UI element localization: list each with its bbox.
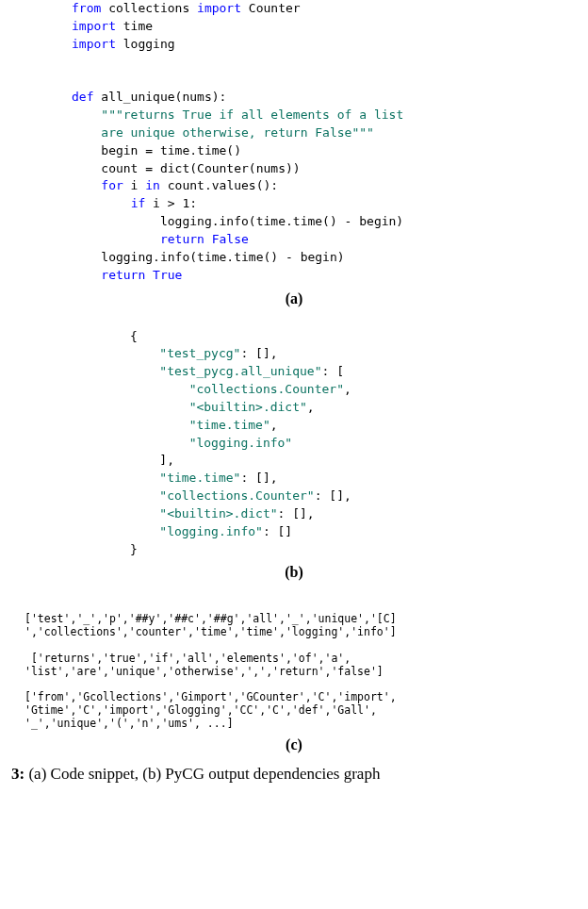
figure-number: 3: <box>11 765 24 783</box>
caption-a: (a) <box>9 285 579 313</box>
caption-c: (c) <box>9 731 579 759</box>
code-snippet-b: { "test_pycg": [], "test_pycg.all_unique… <box>9 328 579 559</box>
code-snippet-a: from collections import Counter import t… <box>9 0 579 285</box>
token-list-c: ['test','_','p','##y','##c','##g','all',… <box>9 607 579 730</box>
figure-caption-text: (a) Code snippet, (b) PyCG output depend… <box>24 765 380 783</box>
caption-b: (b) <box>9 558 579 587</box>
figure-caption-line: 3: (a) Code snippet, (b) PyCG output dep… <box>9 759 579 784</box>
